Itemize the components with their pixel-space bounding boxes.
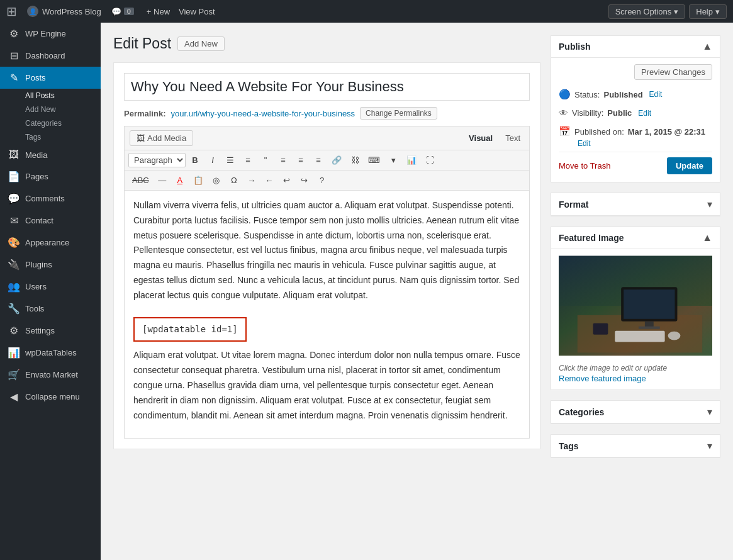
dashboard-icon: ⊟: [8, 50, 20, 62]
featured-image-box-header[interactable]: Featured Image ▲: [551, 227, 720, 249]
visibility-edit-link[interactable]: Edit: [638, 109, 651, 118]
envato-icon: 🛒: [8, 369, 20, 381]
page-title-bar: Edit Post Add New: [113, 35, 540, 52]
screen-options-button[interactable]: Screen Options ▾: [608, 4, 686, 19]
sidebar-sub-all-posts[interactable]: All Posts: [0, 89, 101, 103]
fullscreen-button[interactable]: ⛶: [422, 153, 438, 167]
help-toolbar-button[interactable]: ?: [314, 173, 330, 188]
permalink-url[interactable]: your.url/why-you-need-a-website-for-your…: [171, 109, 355, 118]
special-char-button[interactable]: Ω: [226, 173, 242, 188]
shortcode-block[interactable]: [wpdatatable id=1]: [133, 317, 247, 342]
visual-tab[interactable]: Visual: [465, 132, 496, 144]
unordered-list-button[interactable]: ☰: [222, 153, 238, 167]
featured-image-container[interactable]: [559, 255, 712, 356]
paste-text-button[interactable]: 📋: [189, 173, 207, 188]
align-center-button[interactable]: ≡: [293, 153, 309, 167]
sidebar-item-comments[interactable]: 💬 Comments: [0, 188, 101, 210]
publish-box-title: Publish: [559, 42, 591, 52]
sidebar-sub-categories[interactable]: Categories: [0, 116, 101, 130]
status-label: Status:: [574, 90, 600, 99]
horizontal-rule-button[interactable]: —: [154, 173, 171, 188]
add-new-button[interactable]: Add New: [177, 36, 225, 51]
featured-image-box-title: Featured Image: [559, 233, 624, 243]
visibility-value: Public: [607, 108, 632, 118]
preview-changes-button[interactable]: Preview Changes: [634, 64, 712, 80]
sidebar-item-wpengine[interactable]: ⚙ WP Engine: [0, 23, 101, 45]
sidebar-label-envato: Envato Market: [25, 370, 78, 379]
format-box-header[interactable]: Format ▾: [551, 193, 720, 216]
format-select[interactable]: Paragraph: [128, 153, 186, 167]
sidebar-item-contact[interactable]: ✉ Contact: [0, 210, 101, 232]
clear-format-button[interactable]: ◎: [208, 173, 225, 188]
sidebar-label-wpdatatables: wpDataTables: [25, 348, 77, 357]
sidebar-item-users[interactable]: 👥 Users: [0, 276, 101, 298]
publish-box-header[interactable]: Publish ▲: [551, 36, 720, 58]
sidebar-label-tools: Tools: [25, 304, 44, 313]
move-to-trash-link[interactable]: Move to Trash: [559, 161, 610, 171]
redo-button[interactable]: ↪: [296, 173, 313, 188]
site-name-label: WordPress Blog: [42, 7, 101, 16]
chart-button[interactable]: 📊: [403, 153, 420, 167]
sidebar-sub-tags[interactable]: Tags: [0, 130, 101, 144]
remove-featured-image-link[interactable]: Remove featured image: [559, 374, 646, 383]
sidebar-item-wpdatatables[interactable]: 📊 wpDataTables: [0, 342, 101, 364]
update-button[interactable]: Update: [667, 157, 712, 174]
new-post-link[interactable]: + New: [147, 7, 170, 16]
link-button[interactable]: 🔗: [328, 153, 345, 167]
sidebar-item-settings[interactable]: ⚙ Settings: [0, 320, 101, 342]
ordered-list-button[interactable]: ≡: [240, 153, 256, 167]
sidebar-label-settings: Settings: [25, 326, 55, 335]
add-media-bar: 🖼 Add Media Visual Text: [125, 126, 529, 150]
admin-bar-links: + New View Post: [147, 7, 215, 16]
sidebar-item-tools[interactable]: 🔧 Tools: [0, 298, 101, 320]
settings-icon: ⚙: [8, 325, 20, 337]
indent-button[interactable]: →: [243, 173, 260, 188]
featured-image-caption: Click the image to edit or update: [559, 360, 712, 374]
comments-count: 0: [124, 8, 134, 15]
sidebar-item-media[interactable]: 🖼 Media: [0, 144, 101, 165]
svg-rect-9: [593, 323, 608, 335]
featured-image-box: Featured Image ▲: [551, 227, 720, 390]
blockquote-button[interactable]: ": [257, 153, 274, 167]
permalink-row: Permalink: your.url/why-you-need-a-websi…: [124, 107, 530, 120]
align-left-button[interactable]: ≡: [275, 153, 291, 167]
sidebar-label-pages: Pages: [25, 172, 48, 181]
admin-bar-right: Screen Options ▾ Help ▾: [608, 4, 727, 19]
bold-button[interactable]: B: [187, 153, 203, 167]
published-label: Published on:: [574, 127, 624, 137]
undo-button[interactable]: ↩: [279, 173, 295, 188]
sidebar-item-pages[interactable]: 📄 Pages: [0, 165, 101, 188]
tags-box-header[interactable]: Tags ▾: [551, 435, 720, 457]
sidebar-item-posts[interactable]: ✎ Posts: [0, 67, 101, 89]
categories-box-header[interactable]: Categories ▾: [551, 401, 720, 423]
unlink-button[interactable]: ⛓: [347, 153, 363, 167]
sidebar-item-plugins[interactable]: 🔌 Plugins: [0, 254, 101, 276]
add-media-button[interactable]: 🖼 Add Media: [130, 130, 193, 146]
strikethrough-button[interactable]: ABC: [128, 173, 153, 188]
sidebar-item-dashboard[interactable]: ⊟ Dashboard: [0, 45, 101, 67]
view-post-link[interactable]: View Post: [179, 7, 215, 16]
sidebar-item-appearance[interactable]: 🎨 Appearance: [0, 232, 101, 254]
insert-button[interactable]: ⌨: [364, 153, 384, 167]
sidebar-sub-add-new[interactable]: Add New: [0, 103, 101, 116]
categories-box-title: Categories: [559, 407, 604, 417]
publish-toggle-icon: ▲: [702, 41, 712, 52]
outdent-button[interactable]: ←: [261, 173, 277, 188]
align-right-button[interactable]: ≡: [310, 153, 327, 167]
plugins-icon: 🔌: [8, 259, 20, 271]
sidebar-item-envato[interactable]: 🛒 Envato Market: [0, 364, 101, 386]
featured-image-box-body: Click the image to edit or update Remove…: [551, 249, 720, 389]
italic-button[interactable]: I: [204, 153, 221, 167]
text-tab[interactable]: Text: [501, 132, 524, 144]
sidebar-item-collapse[interactable]: ◀ Collapse menu: [0, 386, 101, 408]
help-button[interactable]: Help ▾: [689, 4, 727, 19]
change-permalinks-button[interactable]: Change Permalinks: [360, 107, 437, 120]
toolbar-toggle-button[interactable]: ▾: [385, 153, 401, 167]
status-edit-link[interactable]: Edit: [649, 90, 663, 99]
chevron-down-icon: ▾: [715, 7, 720, 16]
post-title-input[interactable]: [124, 73, 530, 101]
text-color-button[interactable]: A: [172, 173, 188, 188]
published-edit-link[interactable]: Edit: [578, 139, 591, 148]
comments-link[interactable]: 💬 0: [111, 7, 134, 16]
editor-content[interactable]: Nullam viverra viverra felis, ut ultrici…: [125, 191, 529, 438]
